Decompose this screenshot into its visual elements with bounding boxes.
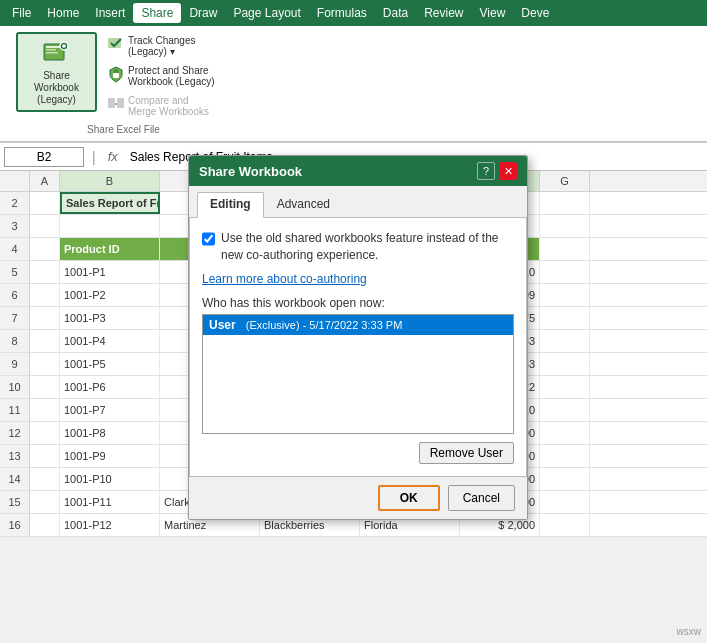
cell-b13[interactable]: 1001-P9 bbox=[60, 445, 160, 467]
right-buttons-col: Track Changes(Legacy) ▾ Protect and Shar… bbox=[101, 32, 231, 120]
menu-developer[interactable]: Deve bbox=[513, 3, 557, 23]
tab-advanced[interactable]: Advanced bbox=[264, 192, 343, 217]
cell-a2[interactable] bbox=[30, 192, 60, 214]
cell-a7[interactable] bbox=[30, 307, 60, 329]
cell-b9[interactable]: 1001-P5 bbox=[60, 353, 160, 375]
col-header-g[interactable]: G bbox=[540, 171, 590, 191]
ribbon-content: Share Workbook(Legacy) Track Changes(Leg… bbox=[0, 26, 707, 142]
cell-g12[interactable] bbox=[540, 422, 590, 444]
dialog-tabs: Editing Advanced bbox=[189, 186, 527, 218]
cell-g2[interactable] bbox=[540, 192, 590, 214]
list-item[interactable]: User (Exclusive) - 5/17/2022 3:33 PM bbox=[203, 315, 513, 335]
row-num-12: 12 bbox=[0, 422, 30, 444]
cell-a9[interactable] bbox=[30, 353, 60, 375]
cancel-button[interactable]: Cancel bbox=[448, 485, 515, 511]
protect-share-label: Protect and ShareWorkbook (Legacy) bbox=[128, 65, 215, 87]
cell-b2[interactable]: Sales Report of Fruit Items bbox=[60, 192, 160, 214]
row-num-8: 8 bbox=[0, 330, 30, 352]
cell-b11[interactable]: 1001-P7 bbox=[60, 399, 160, 421]
cell-g10[interactable] bbox=[540, 376, 590, 398]
cell-b3[interactable] bbox=[60, 215, 160, 237]
menu-file[interactable]: File bbox=[4, 3, 39, 23]
col-header-b[interactable]: B bbox=[60, 171, 160, 191]
cell-a14[interactable] bbox=[30, 468, 60, 490]
cell-g11[interactable] bbox=[540, 399, 590, 421]
cell-g14[interactable] bbox=[540, 468, 590, 490]
cell-a12[interactable] bbox=[30, 422, 60, 444]
cell-g7[interactable] bbox=[540, 307, 590, 329]
row-num-10: 10 bbox=[0, 376, 30, 398]
cell-g4[interactable] bbox=[540, 238, 590, 260]
col-header-a[interactable]: A bbox=[30, 171, 60, 191]
share-workbook-label: Share Workbook(Legacy) bbox=[24, 70, 89, 106]
protect-share-icon bbox=[107, 65, 125, 87]
user-name: User bbox=[209, 318, 236, 332]
protect-share-button[interactable]: Protect and ShareWorkbook (Legacy) bbox=[101, 62, 231, 90]
cell-a10[interactable] bbox=[30, 376, 60, 398]
cell-a13[interactable] bbox=[30, 445, 60, 467]
share-workbook-dialog: Share Workbook ? ✕ Editing Advanced Use … bbox=[188, 155, 528, 520]
ok-button[interactable]: OK bbox=[378, 485, 440, 511]
cell-a16[interactable] bbox=[30, 514, 60, 536]
cell-a6[interactable] bbox=[30, 284, 60, 306]
share-workbook-button[interactable]: Share Workbook(Legacy) bbox=[16, 32, 97, 112]
track-changes-button[interactable]: Track Changes(Legacy) ▾ bbox=[101, 32, 231, 60]
ribbon-container: File Home Insert Share Draw Page Layout … bbox=[0, 0, 707, 143]
cell-a5[interactable] bbox=[30, 261, 60, 283]
row-num-15: 15 bbox=[0, 491, 30, 513]
cell-b7[interactable]: 1001-P3 bbox=[60, 307, 160, 329]
menu-insert[interactable]: Insert bbox=[87, 3, 133, 23]
cell-b4[interactable]: Product ID bbox=[60, 238, 160, 260]
dialog-help-button[interactable]: ? bbox=[477, 162, 495, 180]
menu-share[interactable]: Share bbox=[133, 3, 181, 23]
cell-a4[interactable] bbox=[30, 238, 60, 260]
user-info: (Exclusive) - 5/17/2022 3:33 PM bbox=[240, 319, 403, 331]
menu-home[interactable]: Home bbox=[39, 3, 87, 23]
dialog-title: Share Workbook bbox=[199, 164, 302, 179]
watermark: wsxw bbox=[677, 626, 701, 637]
shared-workbooks-checkbox[interactable] bbox=[202, 232, 215, 246]
row-num-13: 13 bbox=[0, 445, 30, 467]
menu-data[interactable]: Data bbox=[375, 3, 416, 23]
menu-review[interactable]: Review bbox=[416, 3, 471, 23]
cell-g9[interactable] bbox=[540, 353, 590, 375]
menu-draw[interactable]: Draw bbox=[181, 3, 225, 23]
cell-g15[interactable] bbox=[540, 491, 590, 513]
cell-b8[interactable]: 1001-P4 bbox=[60, 330, 160, 352]
dialog-close-button[interactable]: ✕ bbox=[499, 162, 517, 180]
svg-rect-2 bbox=[46, 49, 56, 51]
formula-bar-separator: | bbox=[88, 149, 100, 165]
formula-fx-icon: fx bbox=[104, 149, 122, 164]
tab-editing[interactable]: Editing bbox=[197, 192, 264, 218]
cell-a8[interactable] bbox=[30, 330, 60, 352]
learn-more-link[interactable]: Learn more about co-authoring bbox=[202, 272, 514, 286]
share-group-label: Share Excel File bbox=[87, 120, 160, 135]
row-num-16: 16 bbox=[0, 514, 30, 536]
cell-g5[interactable] bbox=[540, 261, 590, 283]
user-list[interactable]: User (Exclusive) - 5/17/2022 3:33 PM bbox=[202, 314, 514, 434]
name-box[interactable] bbox=[4, 147, 84, 167]
row-num-7: 7 bbox=[0, 307, 30, 329]
cell-g6[interactable] bbox=[540, 284, 590, 306]
cell-g13[interactable] bbox=[540, 445, 590, 467]
cell-a15[interactable] bbox=[30, 491, 60, 513]
cell-b15[interactable]: 1001-P11 bbox=[60, 491, 160, 513]
cell-b14[interactable]: 1001-P10 bbox=[60, 468, 160, 490]
menu-formulas[interactable]: Formulas bbox=[309, 3, 375, 23]
menu-page-layout[interactable]: Page Layout bbox=[225, 3, 308, 23]
cell-g3[interactable] bbox=[540, 215, 590, 237]
cell-g16[interactable] bbox=[540, 514, 590, 536]
cell-a3[interactable] bbox=[30, 215, 60, 237]
cell-b10[interactable]: 1001-P6 bbox=[60, 376, 160, 398]
menu-view[interactable]: View bbox=[472, 3, 514, 23]
cell-b12[interactable]: 1001-P8 bbox=[60, 422, 160, 444]
cell-g8[interactable] bbox=[540, 330, 590, 352]
cell-b6[interactable]: 1001-P2 bbox=[60, 284, 160, 306]
svg-rect-10 bbox=[117, 98, 124, 108]
remove-user-button[interactable]: Remove User bbox=[419, 442, 514, 464]
menu-bar: File Home Insert Share Draw Page Layout … bbox=[0, 0, 707, 26]
cell-a11[interactable] bbox=[30, 399, 60, 421]
cell-b16[interactable]: 1001-P12 bbox=[60, 514, 160, 536]
svg-rect-8 bbox=[113, 73, 119, 78]
cell-b5[interactable]: 1001-P1 bbox=[60, 261, 160, 283]
